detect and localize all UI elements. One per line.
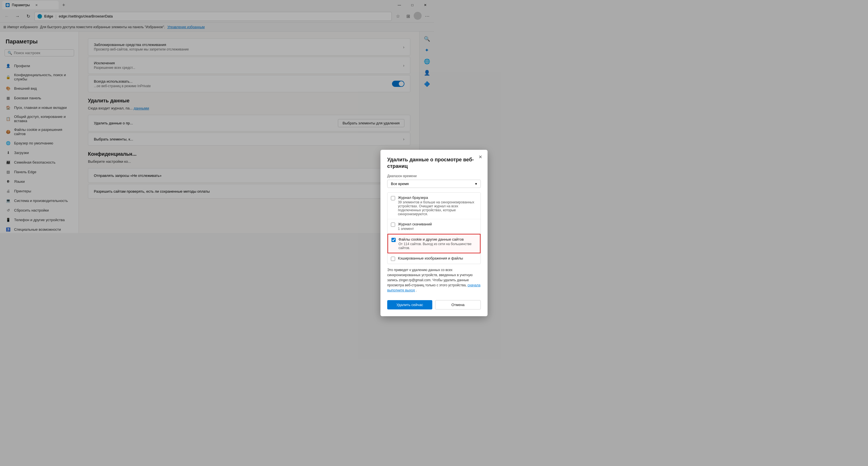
checkbox-item-history[interactable]: Журнал браузера 39 элементов и больше на… — [388, 193, 434, 219]
checkbox-item-downloads[interactable]: Журнал скачиваний 1 элемент — [388, 219, 434, 233]
time-range-value: Все время — [391, 182, 409, 186]
checkbox-downloads[interactable] — [391, 223, 395, 227]
clear-data-dialog: ✕ Удалить данные о просмотре веб-страниц… — [380, 150, 434, 233]
checkbox-title-history: Журнал браузера — [398, 196, 434, 200]
time-range-select[interactable]: Все время ▾ — [387, 180, 434, 188]
time-range-label: Диапазон времени — [387, 174, 434, 178]
dialog-overlay[interactable]: ✕ Удалить данные о просмотре веб-страниц… — [0, 0, 434, 233]
dialog-title: Удалить данные о просмотре веб-страниц — [387, 156, 434, 170]
checkbox-list: Журнал браузера 39 элементов и больше на… — [387, 193, 434, 233]
checkbox-title-downloads: Журнал скачиваний — [398, 222, 434, 226]
checkbox-sub-history: 39 элементов и больше на синхронизирован… — [398, 200, 434, 216]
checkbox-history[interactable] — [391, 196, 395, 200]
checkbox-sub-downloads: 1 элемент — [398, 227, 434, 231]
